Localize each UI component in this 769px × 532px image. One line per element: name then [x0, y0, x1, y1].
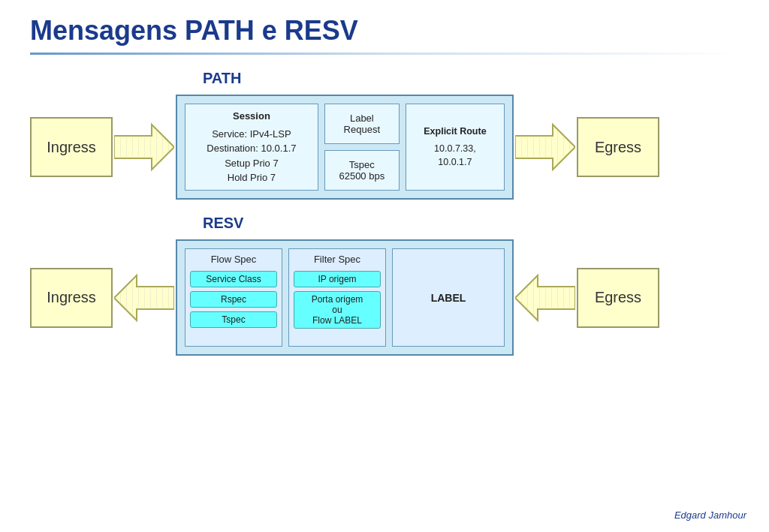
- resv-section-label: RESV: [203, 215, 739, 232]
- page-container: Mensagens PATH e RESV PATH Ingress: [0, 0, 769, 532]
- path-egress-node: Egress: [577, 117, 659, 177]
- session-panel: Session Service: IPv4-LSP Destination: 1…: [185, 104, 318, 191]
- filterspec-panel: Filter Spec IP origem Porta origem ou Fl…: [288, 248, 386, 347]
- tspec-tag: Tspec: [190, 311, 277, 328]
- label-request-line1: Label: [350, 113, 374, 124]
- path-arrow-right-2: [515, 121, 575, 173]
- tspec-line1: Tspec: [349, 159, 375, 170]
- tspec-path-panel: Tspec 62500 bps: [324, 150, 400, 191]
- ip-origem-tag: IP origem: [294, 271, 381, 287]
- session-line4: Hold Prio 7: [228, 170, 276, 185]
- path-section-label: PATH: [203, 70, 739, 87]
- path-diagram-row: Ingress Session Service: IPv4-LSP De: [30, 95, 739, 200]
- path-middle-col: Label Request Tspec 62500 bps: [324, 104, 400, 191]
- label-panel: LABEL: [392, 248, 505, 347]
- svg-marker-2: [114, 125, 174, 170]
- session-line3: Setup Prio 7: [225, 156, 279, 171]
- resv-ingress-node: Ingress: [30, 268, 113, 328]
- svg-marker-11: [515, 275, 575, 320]
- resv-arrow-left: [114, 272, 174, 324]
- tspec-line2: 62500 bps: [339, 170, 384, 182]
- page-title: Mensagens PATH e RESV: [30, 15, 739, 47]
- filterspec-title: Filter Spec: [294, 254, 381, 265]
- explicit-route-title: Explicit Route: [424, 125, 486, 139]
- divider: [30, 53, 739, 55]
- path-arrow-right: [114, 121, 174, 173]
- label-request-line2: Request: [344, 124, 380, 135]
- footer-credit: Edgard Jamhour: [674, 509, 746, 521]
- session-title: Session: [233, 109, 270, 124]
- resv-diagram-row: Ingress Flow Spec Service Class Rspec: [30, 239, 739, 356]
- session-line1: Service: IPv4-LSP: [212, 127, 291, 142]
- label-request-panel: Label Request: [324, 104, 400, 144]
- path-content-box: Session Service: IPv4-LSP Destination: 1…: [176, 95, 514, 200]
- explicit-route-panel: Explicit Route 10.0.7.33, 10.0.1.7: [406, 104, 505, 191]
- svg-marker-5: [515, 125, 575, 170]
- resv-arrow-left-2: [515, 272, 575, 324]
- resv-content-box: Flow Spec Service Class Rspec Tspec Filt…: [176, 239, 514, 356]
- svg-marker-8: [114, 275, 174, 320]
- resv-egress-node: Egress: [577, 268, 659, 328]
- session-line2: Destination: 10.0.1.7: [207, 141, 296, 156]
- porta-origem-tag: Porta origem ou Flow LABEL: [294, 291, 381, 329]
- path-ingress-node: Ingress: [30, 117, 113, 177]
- flowspec-panel: Flow Spec Service Class Rspec Tspec: [185, 248, 282, 347]
- explicit-route-line1: 10.0.7.33,: [434, 142, 476, 156]
- explicit-route-line2: 10.0.1.7: [438, 155, 472, 170]
- flowspec-title: Flow Spec: [190, 254, 277, 265]
- rspec-tag: Rspec: [190, 291, 277, 308]
- service-class-tag: Service Class: [190, 271, 277, 287]
